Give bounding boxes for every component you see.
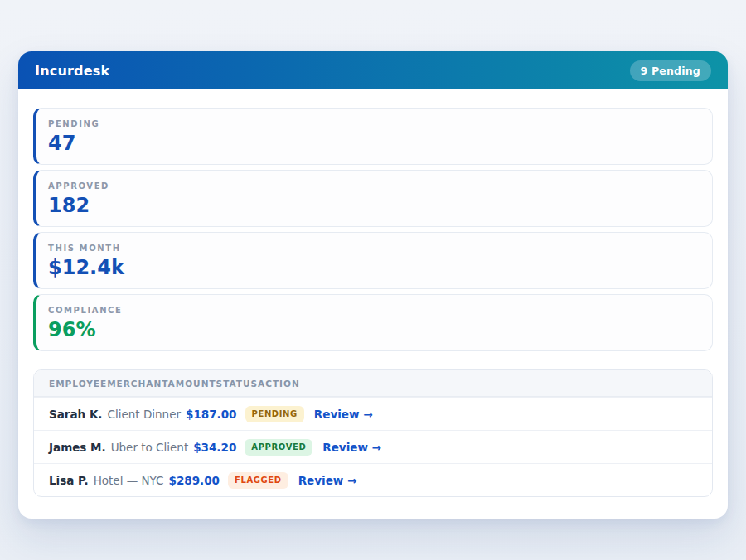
employee-name: Lisa P. xyxy=(49,474,89,487)
pending-count-badge: 9 Pending xyxy=(630,60,711,81)
review-link[interactable]: Review → xyxy=(314,408,373,421)
stat-value: 96% xyxy=(48,318,699,341)
stat-label: THIS MONTH xyxy=(48,244,699,253)
app-header-bar: Incurdesk 9 Pending xyxy=(18,51,728,89)
status-badge: PENDING xyxy=(245,406,304,422)
incurdesk-app-window: Incurdesk 9 Pending PENDING 47 APPROVED … xyxy=(18,51,728,519)
app-title: Incurdesk xyxy=(35,63,109,79)
expense-amount: $289.00 xyxy=(169,474,220,487)
stat-card-compliance: COMPLIANCE 96% xyxy=(33,294,713,351)
stat-label: APPROVED xyxy=(48,181,699,191)
employee-name: James M. xyxy=(49,441,106,454)
column-header-status: STATUS xyxy=(216,379,258,389)
column-header-employee: EMPLOYEE xyxy=(49,379,107,389)
expense-amount: $34.20 xyxy=(193,441,236,454)
table-row: Lisa P. Hotel — NYC $289.00 FLAGGED Revi… xyxy=(34,463,712,496)
expenses-table: EMPLOYEEMERCHANTAMOUNTSTATUSACTION Sarah… xyxy=(33,369,713,497)
stat-value: 182 xyxy=(48,194,699,217)
stat-label: COMPLIANCE xyxy=(48,306,699,316)
review-link[interactable]: Review → xyxy=(298,474,357,487)
review-link[interactable]: Review → xyxy=(322,441,381,454)
status-badge: FLAGGED xyxy=(228,472,288,489)
stat-card-pending: PENDING 47 xyxy=(33,108,713,165)
stat-value: $12.4k xyxy=(48,256,699,279)
status-badge: APPROVED xyxy=(245,439,312,456)
stat-value: 47 xyxy=(48,132,699,155)
merchant-name: Client Dinner xyxy=(108,408,182,421)
table-header-row: EMPLOYEEMERCHANTAMOUNTSTATUSACTION xyxy=(34,370,712,397)
column-header-merchant: MERCHANT xyxy=(107,379,167,389)
column-header-amount: AMOUNT xyxy=(168,379,216,389)
table-row: James M. Uber to Client $34.20 APPROVED … xyxy=(34,430,712,463)
main-content: PENDING 47 APPROVED 182 THIS MONTH $12.4… xyxy=(18,89,728,519)
merchant-name: Uber to Client xyxy=(111,441,189,454)
column-header-action: ACTION xyxy=(258,379,300,389)
stat-card-approved: APPROVED 182 xyxy=(33,170,713,227)
stat-card-this-month: THIS MONTH $12.4k xyxy=(33,232,713,289)
stat-label: PENDING xyxy=(48,119,699,129)
expense-amount: $187.00 xyxy=(186,408,237,421)
merchant-name: Hotel — NYC xyxy=(94,474,164,487)
table-row: Sarah K. Client Dinner $187.00 PENDING R… xyxy=(34,397,712,430)
employee-name: Sarah K. xyxy=(49,408,103,421)
